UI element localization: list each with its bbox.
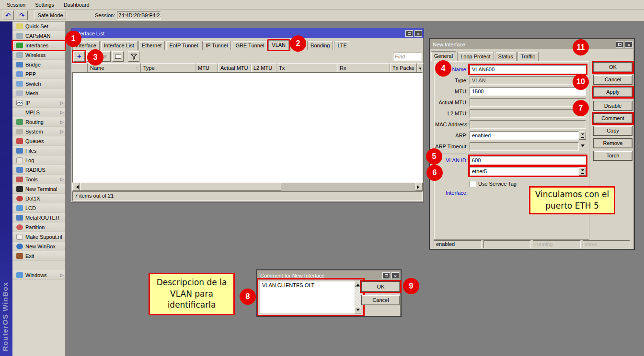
sidebar-item-new-winbox[interactable]: New WinBox: [12, 242, 65, 251]
sidebar-item-lcd[interactable]: LCD: [12, 203, 65, 213]
scrollbar-thumb[interactable]: [80, 183, 281, 191]
sidebar-item-ppp[interactable]: PPP: [12, 69, 65, 79]
maximize-button[interactable]: [616, 41, 623, 48]
name-input[interactable]: VLAN600: [470, 65, 586, 74]
undo-button[interactable]: [2, 11, 14, 20]
sidebar-item-log[interactable]: Log: [12, 156, 65, 165]
column-tx-packet[interactable]: Tx Packe: [390, 63, 417, 72]
column-tx[interactable]: Tx: [276, 63, 337, 72]
tab-status[interactable]: Status: [495, 52, 517, 61]
sidebar-item-windows[interactable]: Windows: [12, 270, 65, 280]
field-row-actual-mtu: Actual MTU:: [435, 98, 586, 107]
redo-button[interactable]: [16, 11, 28, 20]
sidebar-item-mesh[interactable]: Mesh: [12, 89, 65, 98]
menu-session[interactable]: Session: [2, 1, 30, 9]
ok-button[interactable]: OK: [593, 62, 632, 72]
sidebar-item-interfaces[interactable]: Interfaces: [12, 41, 65, 50]
apply-button[interactable]: Apply: [593, 87, 632, 97]
use-service-tag-checkbox[interactable]: [470, 181, 476, 187]
tab-bonding[interactable]: Bonding: [307, 41, 333, 50]
sidebar-item-queues[interactable]: Queues: [12, 136, 65, 146]
step-circle-8: 8: [240, 289, 256, 305]
arp-timeout-dropdown-button[interactable]: [579, 142, 586, 151]
tab-loop-protect[interactable]: Loop Protect: [457, 52, 494, 61]
sidebar-item-dot1x[interactable]: Dot1X: [12, 194, 65, 203]
menu-dashboard[interactable]: Dashboard: [59, 1, 94, 9]
dropdown-bar-icon: [581, 173, 584, 174]
disable-button[interactable]: Disable: [593, 101, 632, 111]
new-interface-titlebar[interactable]: New Interface: [430, 39, 634, 49]
arp-select[interactable]: enabled: [470, 131, 579, 140]
safe-mode-button[interactable]: Safe Mode: [34, 11, 66, 20]
tab-gre-tunnel[interactable]: GRE Tunnel: [232, 41, 267, 50]
filter-button[interactable]: [128, 51, 139, 62]
comment-dialog-titlebar[interactable]: Comment for New Interface: [257, 270, 401, 280]
scroll-left-button[interactable]: [72, 183, 80, 191]
scroll-track[interactable]: [281, 183, 415, 191]
column-select[interactable]: [71, 63, 88, 72]
sidebar-item-ip[interactable]: IP: [12, 98, 65, 108]
tab-lte[interactable]: LTE: [334, 41, 350, 50]
arp-dropdown-button[interactable]: [579, 131, 586, 140]
comment-button[interactable]: Comment: [593, 113, 632, 123]
sidebar-item-routing[interactable]: Routing: [12, 117, 65, 127]
vertical-scrollbar[interactable]: [355, 281, 361, 313]
tab-interface-list[interactable]: Interface List: [101, 41, 138, 50]
session-input[interactable]: 74:4D:28:B9:F4:22: [117, 11, 161, 20]
comment-cancel-button[interactable]: Cancel: [361, 295, 400, 305]
interface-list-titlebar[interactable]: Interface List: [71, 28, 424, 38]
vlan-id-input[interactable]: 600: [470, 156, 586, 165]
sidebar-item-tools[interactable]: Tools: [12, 175, 65, 184]
copy-button[interactable]: Copy: [593, 126, 632, 136]
interface-dropdown-button[interactable]: [579, 167, 586, 176]
column-actual-mtu[interactable]: Actual MTU: [218, 63, 251, 72]
horizontal-scrollbar[interactable]: [72, 183, 423, 191]
comment-ok-button[interactable]: OK: [361, 281, 400, 292]
tab-vlan[interactable]: VLAN: [268, 40, 289, 50]
column-rx[interactable]: Rx: [337, 63, 390, 72]
tab-ip-tunnel[interactable]: IP Tunnel: [202, 41, 231, 50]
sidebar-item-files[interactable]: Files: [12, 146, 65, 156]
tab-eoip-tunnel[interactable]: EoIP Tunnel: [166, 41, 201, 50]
sidebar-item-bridge[interactable]: Bridge: [12, 60, 65, 69]
sidebar-item-make-supout[interactable]: Make Supout.rif: [12, 232, 65, 242]
scroll-down-button[interactable]: [355, 308, 361, 313]
column-select-dropdown[interactable]: [417, 63, 424, 72]
close-button[interactable]: [625, 41, 632, 48]
sidebar-item-partition[interactable]: Partition: [12, 222, 65, 232]
sidebar-item-new-terminal[interactable]: New Terminal: [12, 184, 65, 194]
close-button[interactable]: [391, 272, 399, 279]
menu-settings[interactable]: Settings: [30, 1, 59, 9]
sidebar-item-mpls[interactable]: MPLS: [12, 108, 65, 117]
sidebar-item-exit[interactable]: Exit: [12, 251, 65, 261]
maximize-button[interactable]: [382, 272, 390, 279]
tab-general[interactable]: General: [431, 51, 456, 61]
app-toolbar: Safe Mode Session: 74:4D:28:B9:F4:22: [0, 10, 644, 22]
mtu-input[interactable]: 1500: [470, 87, 586, 96]
tab-ethernet[interactable]: Ethernet: [138, 41, 165, 50]
comment-button[interactable]: [112, 51, 124, 62]
torch-button[interactable]: Torch: [593, 151, 632, 161]
sidebar-item-quick-set[interactable]: Quick Set: [12, 22, 65, 31]
interface-select[interactable]: ether5: [470, 167, 579, 176]
tab-traffic[interactable]: Traffic: [518, 52, 539, 61]
cancel-button[interactable]: Cancel: [593, 75, 632, 85]
scroll-up-button[interactable]: [355, 281, 361, 287]
sidebar-item-metarouter[interactable]: MetaROUTER: [12, 213, 65, 222]
sidebar-item-wireless[interactable]: Wireless: [12, 50, 65, 60]
scroll-right-button[interactable]: [415, 183, 423, 191]
find-input[interactable]: Find: [393, 53, 422, 61]
sidebar-item-system[interactable]: System: [12, 127, 65, 136]
remove-button[interactable]: Remove: [593, 138, 632, 148]
column-l2-mtu[interactable]: L2 MTU: [251, 63, 276, 72]
sidebar-item-capsman[interactable]: CAPsMAN: [12, 31, 65, 41]
sidebar-item-radius[interactable]: RADIUS: [12, 165, 65, 175]
maximize-button[interactable]: [405, 30, 413, 37]
column-type[interactable]: Type: [141, 63, 196, 72]
comment-textarea[interactable]: VLAN CLIENTES OLT: [260, 281, 355, 313]
column-mtu[interactable]: MTU: [196, 63, 218, 72]
sidebar-item-switch[interactable]: Switch: [12, 79, 65, 89]
add-button[interactable]: [73, 51, 85, 62]
interface-table-body[interactable]: [72, 72, 423, 183]
close-button[interactable]: [414, 30, 422, 37]
